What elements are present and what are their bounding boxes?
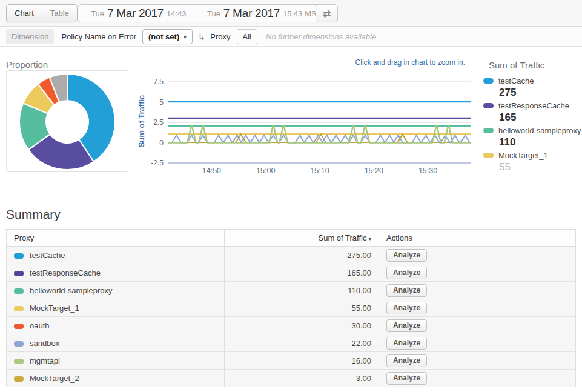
legend-item-toggle[interactable]: testCache	[483, 76, 582, 86]
proxy-color-dot	[14, 376, 24, 382]
traffic-value: 30.00	[225, 317, 379, 334]
legend-item-value: 275	[483, 86, 582, 99]
traffic-value: 275.00	[225, 247, 379, 264]
zoom-hint-text: Click and drag in chart to zoom in.	[291, 58, 465, 67]
proxy-color-dot	[14, 359, 24, 364]
summary-header-row: ProxySum of Traffic▾Actions	[7, 230, 576, 247]
range-separator: –	[190, 8, 204, 19]
traffic-value: 165.00	[225, 264, 379, 282]
table-row-MockTarget_1: MockTarget_155.00Analyze	[7, 299, 576, 317]
y-tick-label: 5	[159, 98, 164, 107]
analyze-button[interactable]: Analyze	[386, 372, 427, 385]
analyze-button[interactable]: Analyze	[386, 267, 427, 279]
legend-item-name: helloworld-sampleproxy	[498, 125, 581, 136]
chart-tab[interactable]: Chart	[7, 5, 42, 22]
column-header-proxy: Proxy	[7, 230, 225, 247]
y-tick-label: 2.5	[153, 118, 164, 127]
dimension-value: (not set)	[148, 32, 179, 41]
proxy-color-dot	[14, 253, 24, 259]
legend-color-pill	[483, 103, 494, 108]
proportion-donut-chart[interactable]	[7, 71, 128, 171]
analyze-button[interactable]: Analyze	[386, 337, 427, 350]
proxy-name: MockTarget_1	[30, 304, 79, 313]
column-header-sum-of-traffic[interactable]: Sum of Traffic▾	[225, 230, 379, 247]
legend-item-testResponseCache: testResponseCache165	[483, 101, 582, 124]
proxy-name: testCache	[30, 251, 65, 260]
legend-color-pill	[483, 153, 494, 158]
top-toolbar: Chart Table Tue 7 Mar 2017 14:43 – Tue 7…	[0, 0, 582, 27]
legend-item-value: 110	[483, 136, 582, 148]
proxy-color-dot	[14, 271, 24, 276]
drilldown-all-button[interactable]: All	[237, 29, 257, 44]
y-tick-label: 7.5	[153, 78, 164, 86]
traffic-value: 16.00	[225, 352, 379, 370]
summary-title: Summary	[6, 207, 61, 222]
analyze-button[interactable]: Analyze	[386, 284, 427, 297]
traffic-value: 22.00	[225, 334, 379, 352]
chart-table-toggle: Chart Table	[6, 4, 78, 22]
proxy-name: oauth	[30, 321, 50, 330]
legend-item-toggle[interactable]: testResponseCache	[483, 101, 582, 111]
proxy-color-dot	[14, 288, 24, 294]
legend-item-name: testCache	[498, 76, 534, 86]
table-row-oauth: oauth30.00Analyze	[7, 317, 576, 334]
legend-item-MockTarget_1: MockTarget_155	[483, 150, 582, 173]
drilldown-label: Proxy	[210, 32, 230, 41]
legend-color-pill	[483, 78, 494, 84]
legend-title: Sum of Traffic	[483, 60, 582, 70]
column-header-actions: Actions	[379, 230, 576, 247]
traffic-value: 110.00	[225, 282, 379, 299]
x-tick-label: 15:30	[418, 167, 437, 175]
legend-item-toggle[interactable]: helloworld-sampleproxy	[483, 125, 582, 136]
analyze-button[interactable]: Analyze	[386, 302, 427, 314]
sort-desc-icon: ▾	[368, 236, 371, 242]
legend-item-name: MockTarget_1	[498, 150, 548, 161]
refresh-icon: ⇄	[323, 8, 331, 19]
legend-item-helloworld-sampleproxy: helloworld-sampleproxy110	[483, 125, 582, 148]
date-range-picker[interactable]: Tue 7 Mar 2017 14:43 – Tue 7 Mar 2017 15…	[79, 4, 334, 22]
analyze-button[interactable]: Analyze	[386, 249, 427, 262]
legend-item-name: testResponseCache	[498, 101, 569, 111]
chart-legend: Sum of Traffic testCache275testResponseC…	[483, 60, 582, 175]
analyze-button[interactable]: Analyze	[386, 354, 427, 367]
traffic-value: 3.00	[225, 370, 379, 387]
proportion-donut-panel	[6, 70, 128, 172]
x-tick-label: 15:20	[365, 167, 383, 175]
table-row-helloworld-sampleproxy: helloworld-sampleproxy110.00Analyze	[7, 282, 576, 299]
no-dimensions-note: No further dimensions available	[266, 32, 376, 41]
proxy-name: helloworld-sampleproxy	[30, 286, 113, 295]
table-row-mgmtapi: mgmtapi16.00Analyze	[7, 352, 576, 370]
table-row-MockTarget_2: MockTarget_23.00Analyze	[7, 370, 576, 387]
legend-item-value: 165	[483, 111, 582, 124]
proxy-name: testResponseCache	[30, 268, 101, 277]
table-row-sandbox: sandbox22.00Analyze	[7, 334, 576, 352]
table-row-testCache: testCache275.00Analyze	[7, 247, 576, 264]
y-tick-label: 0	[159, 139, 164, 147]
proxy-color-dot	[14, 306, 24, 311]
x-tick-label: 15:00	[256, 167, 275, 175]
refresh-button[interactable]: ⇄	[316, 4, 338, 22]
end-day: Tue	[204, 9, 223, 18]
subdimension-arrow-icon: ↳	[198, 32, 206, 42]
summary-table: ProxySum of Traffic▾Actions testCache275…	[6, 229, 576, 387]
x-tick-label: 15:10	[310, 167, 329, 175]
dimension-value-dropdown[interactable]: (not set) ▾	[142, 29, 193, 44]
end-date: 7 Mar 2017	[223, 7, 280, 20]
legend-items: testCache275testResponseCache165hellowor…	[483, 76, 582, 173]
start-time: 14:43	[164, 9, 190, 18]
proxy-name: sandbox	[30, 339, 59, 348]
table-row-testResponseCache: testResponseCache165.00Analyze	[7, 264, 576, 282]
proxy-name: MockTarget_2	[30, 374, 79, 383]
legend-item-toggle[interactable]: MockTarget_1	[483, 150, 582, 161]
x-tick-label: 14:50	[202, 167, 221, 175]
legend-color-pill	[483, 128, 494, 133]
legend-item-value: 55	[483, 161, 582, 173]
legend-item-testCache: testCache275	[483, 76, 582, 99]
analyze-button[interactable]: Analyze	[386, 319, 427, 332]
proxy-color-dot	[14, 324, 24, 329]
traffic-line-chart[interactable]: 7.552.50-2.514:5015:0015:1015:2015:30	[141, 76, 471, 178]
proportion-title: Proportion	[6, 59, 48, 70]
proxy-name: mgmtapi	[30, 356, 60, 365]
dimension-bar: Dimension Policy Name on Error (not set)…	[0, 27, 582, 47]
table-tab[interactable]: Table	[42, 5, 77, 22]
